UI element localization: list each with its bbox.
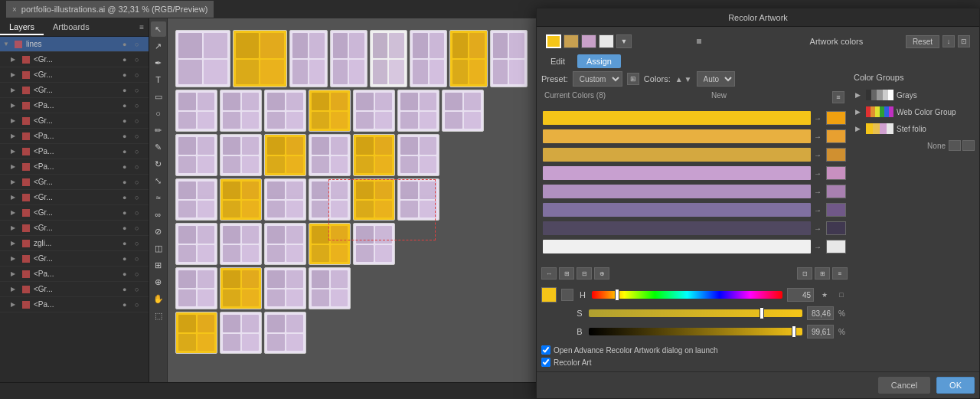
- cancel-button[interactable]: Cancel: [878, 377, 930, 382]
- illus-thumb[interactable]: [353, 178, 395, 221]
- layer-visibility-icon[interactable]: ●: [122, 41, 133, 48]
- tool-pen[interactable]: ✒: [151, 55, 166, 70]
- layer-item-14[interactable]: ▶<Gr...●○: [0, 251, 149, 267]
- illus-thumb[interactable]: [264, 312, 306, 354]
- layer-visibility-icon[interactable]: ●: [122, 132, 133, 140]
- layer-lock-icon[interactable]: ○: [135, 178, 145, 186]
- illus-thumb[interactable]: [264, 267, 306, 309]
- reset-button[interactable]: Reset: [906, 35, 939, 48]
- dialog-icon-1[interactable]: ↓: [942, 35, 955, 47]
- tool-scale[interactable]: ⤡: [151, 173, 166, 188]
- cr-icon-7[interactable]: ≡: [832, 267, 848, 280]
- tool-mesh[interactable]: ⊞: [151, 257, 166, 273]
- color-preview-swatch[interactable]: [541, 287, 557, 303]
- color-group-item-2[interactable]: ▶Stef folio: [852, 120, 975, 137]
- layer-item-3[interactable]: ▶<Gr...●○: [0, 83, 149, 98]
- layer-lock-icon[interactable]: ○: [135, 194, 145, 201]
- illus-thumb[interactable]: [175, 267, 217, 309]
- color-mode-icon[interactable]: [561, 289, 573, 301]
- illus-thumb[interactable]: [353, 223, 395, 265]
- color-group-item-0[interactable]: ▶Grays: [852, 87, 975, 103]
- layer-lock-icon[interactable]: ○: [135, 132, 145, 140]
- tab-close-icon[interactable]: ×: [12, 5, 17, 14]
- layer-lock-icon[interactable]: ○: [135, 240, 145, 247]
- layer-lock-icon[interactable]: ○: [135, 102, 145, 110]
- color-swatch-0[interactable]: [546, 34, 561, 48]
- illus-thumb[interactable]: [309, 178, 351, 221]
- s-value[interactable]: 83,46: [807, 306, 834, 320]
- b-value[interactable]: 99,61: [807, 325, 834, 338]
- layer-lock-icon[interactable]: ○: [135, 163, 145, 171]
- edit-tab[interactable]: Edit: [541, 54, 574, 68]
- illus-thumb[interactable]: [309, 267, 351, 309]
- layer-item-1[interactable]: ▶<Gr...●○: [0, 52, 149, 67]
- layer-lock-icon[interactable]: ○: [135, 224, 145, 232]
- illus-thumb[interactable]: [397, 178, 439, 221]
- tab-layers[interactable]: Layers: [0, 20, 44, 35]
- illus-thumb[interactable]: [175, 134, 217, 176]
- illus-thumb[interactable]: [442, 90, 484, 132]
- illus-thumb[interactable]: [175, 30, 230, 87]
- illus-thumb[interactable]: [309, 90, 351, 132]
- layer-item-6[interactable]: ▶<Pa...●○: [0, 129, 149, 144]
- current-color-bar[interactable]: [543, 185, 811, 198]
- current-color-bar[interactable]: [543, 129, 811, 143]
- current-color-bar[interactable]: [543, 166, 811, 180]
- color-swatch-3[interactable]: [599, 34, 614, 48]
- tool-text[interactable]: T: [151, 72, 166, 87]
- illus-thumb[interactable]: [220, 312, 262, 354]
- illus-thumb[interactable]: [220, 134, 262, 176]
- layer-lock-icon[interactable]: ○: [135, 148, 145, 155]
- current-color-bar[interactable]: [543, 221, 811, 235]
- illus-thumb[interactable]: [175, 312, 217, 354]
- illus-thumb[interactable]: [309, 223, 351, 265]
- illus-thumb[interactable]: [449, 30, 487, 87]
- new-color-swatch[interactable]: [826, 166, 846, 180]
- illus-thumb[interactable]: [264, 134, 306, 176]
- tool-zoom[interactable]: ⊕: [151, 274, 166, 289]
- layer-lock-icon[interactable]: ○: [135, 71, 145, 79]
- panel-menu-icon[interactable]: ≡: [139, 23, 144, 31]
- colors-menu-icon[interactable]: ≡: [832, 91, 844, 103]
- layer-visibility-icon[interactable]: ●: [122, 286, 133, 293]
- colors-up-icon[interactable]: ▲: [675, 75, 683, 83]
- layer-visibility-icon[interactable]: ●: [122, 178, 133, 186]
- illus-thumb[interactable]: [220, 178, 262, 221]
- color-swatch-2[interactable]: [581, 34, 596, 48]
- layer-visibility-icon[interactable]: ●: [122, 240, 133, 247]
- tool-warp[interactable]: ≈: [151, 190, 166, 205]
- tool-gradient[interactable]: ◫: [151, 240, 166, 256]
- illus-thumb[interactable]: [220, 267, 262, 309]
- tool-select[interactable]: ↖: [151, 21, 166, 37]
- layer-item-17[interactable]: ▶<Pa...●○: [0, 297, 149, 312]
- new-color-swatch[interactable]: [826, 185, 846, 198]
- illus-thumb[interactable]: [353, 134, 395, 176]
- layer-visibility-icon[interactable]: ●: [122, 194, 133, 201]
- layer-lock-icon[interactable]: ○: [135, 41, 145, 48]
- layer-visibility-icon[interactable]: ●: [122, 270, 133, 278]
- illus-thumb[interactable]: [220, 90, 262, 132]
- tool-ellipse[interactable]: ○: [151, 106, 166, 121]
- illus-thumb[interactable]: [220, 223, 262, 265]
- tool-pencil[interactable]: ✎: [151, 139, 166, 155]
- colors-down-icon[interactable]: ▼: [684, 75, 692, 83]
- tool-blend[interactable]: ∞: [151, 207, 166, 222]
- ok-button[interactable]: OK: [936, 377, 975, 382]
- tab-artboards[interactable]: Artboards: [44, 20, 99, 35]
- cr-icon-4[interactable]: ⊕: [594, 267, 609, 280]
- illus-thumb[interactable]: [370, 30, 407, 87]
- cr-icon-1[interactable]: ↔: [541, 267, 557, 280]
- layer-visibility-icon[interactable]: ●: [122, 117, 133, 125]
- illus-thumb[interactable]: [410, 30, 447, 87]
- layer-item-0[interactable]: ▼lines●○: [0, 37, 149, 52]
- current-color-bar[interactable]: [543, 240, 811, 253]
- layer-lock-icon[interactable]: ○: [135, 301, 145, 309]
- layer-item-12[interactable]: ▶<Gr...●○: [0, 221, 149, 236]
- illus-thumb[interactable]: [353, 90, 395, 132]
- tool-brush[interactable]: ✏: [151, 123, 166, 138]
- layer-visibility-icon[interactable]: ●: [122, 87, 133, 94]
- illus-thumb[interactable]: [233, 30, 288, 87]
- tool-hand[interactable]: ✋: [151, 291, 166, 306]
- checkbox-advance[interactable]: [541, 345, 550, 355]
- layer-visibility-icon[interactable]: ●: [122, 163, 133, 171]
